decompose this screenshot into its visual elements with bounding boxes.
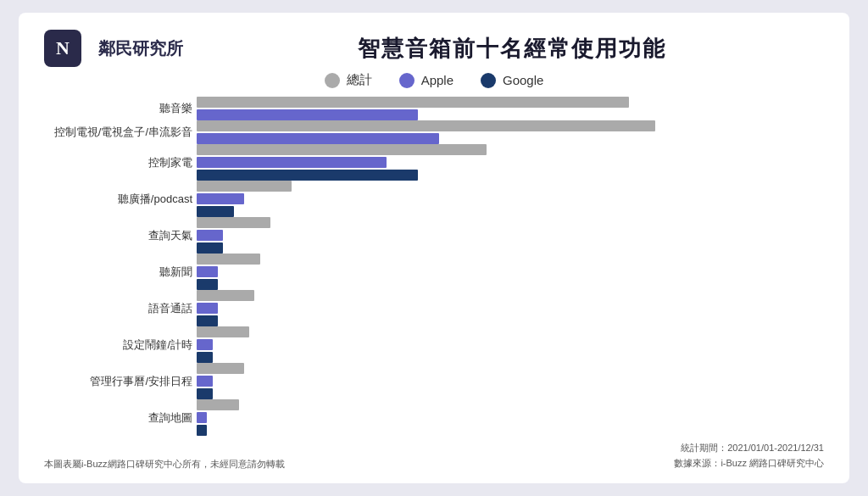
row-label: 聽音樂	[44, 101, 192, 116]
bar-total	[197, 120, 655, 131]
chart-row: 設定鬧鐘/計時	[197, 326, 824, 363]
bar-google	[197, 425, 207, 436]
row-label: 控制電視/電視盒子/串流影音	[44, 125, 192, 140]
bar-google	[197, 279, 218, 290]
row-label: 聽新聞	[44, 265, 192, 280]
bars-group	[197, 363, 824, 399]
bars-group	[197, 290, 824, 326]
bars-group	[197, 254, 824, 290]
chart-row: 聽廣播/podcast	[197, 181, 824, 217]
legend-color	[481, 73, 496, 88]
bar-apple	[197, 157, 387, 168]
chart-row: 控制電視/電視盒子/串流影音	[197, 120, 824, 144]
legend-color	[325, 73, 340, 88]
bar-apple	[197, 266, 218, 277]
legend-label: 總計	[347, 72, 372, 88]
bars-group	[197, 120, 824, 144]
bar-total	[197, 181, 292, 192]
bars-group	[197, 181, 824, 217]
chart-card: N 鄰民研究所 智慧音箱前十名經常使用功能 總計AppleGoogle 聽音樂控…	[19, 13, 849, 483]
chart-row: 控制家電	[197, 144, 824, 181]
bar-google	[197, 388, 213, 399]
logo-letter: N	[56, 37, 70, 59]
bar-apple	[197, 109, 418, 120]
bar-google	[197, 352, 213, 363]
chart-row: 查詢地圖	[197, 399, 824, 436]
bar-apple	[197, 376, 213, 387]
bars-group	[197, 399, 824, 436]
row-label: 管理行事曆/安排日程	[44, 374, 192, 389]
legend-item: 總計	[325, 72, 372, 88]
chart-row: 查詢天氣	[197, 217, 824, 254]
bar-total	[197, 144, 487, 155]
legend-label: Apple	[421, 73, 453, 87]
header: N 鄰民研究所 智慧音箱前十名經常使用功能	[44, 30, 824, 67]
bar-total	[197, 290, 254, 301]
bar-google	[197, 206, 234, 217]
chart-row: 聽音樂	[197, 97, 824, 120]
bar-google	[197, 170, 418, 181]
chart-row: 聽新聞	[197, 254, 824, 290]
bar-apple	[197, 193, 244, 204]
legend-label: Google	[503, 73, 543, 87]
footer-right: 統計期間：2021/01/01-2021/12/31 數據來源：i-Buzz 網…	[674, 441, 824, 471]
bar-total	[197, 399, 239, 410]
chart-area: 聽音樂控制電視/電視盒子/串流影音控制家電聽廣播/podcast查詢天氣聽新聞語…	[44, 97, 824, 436]
bar-apple	[197, 133, 439, 144]
chart-row: 語音通話	[197, 290, 824, 326]
footer: 本圖表屬i-Buzz網路口碑研究中心所有，未經同意請勿轉載 統計期間：2021/…	[44, 441, 824, 471]
row-label: 聽廣播/podcast	[44, 192, 192, 207]
bar-total	[197, 254, 260, 265]
chart-title: 智慧音箱前十名經常使用功能	[200, 34, 824, 64]
row-label: 語音通話	[44, 301, 192, 316]
footer-source: 數據來源：i-Buzz 網路口碑研究中心	[674, 456, 824, 471]
bar-total	[197, 363, 244, 374]
bars-group	[197, 97, 824, 120]
row-label: 查詢天氣	[44, 228, 192, 243]
footer-period: 統計期間：2021/01/01-2021/12/31	[674, 441, 824, 456]
bars-group	[197, 217, 824, 254]
bar-google	[197, 242, 223, 254]
bars-group	[197, 144, 824, 181]
bar-google	[197, 315, 218, 326]
footer-left: 本圖表屬i-Buzz網路口碑研究中心所有，未經同意請勿轉載	[44, 458, 285, 471]
bar-apple	[197, 339, 213, 350]
bar-apple	[197, 303, 218, 314]
row-label: 查詢地圖	[44, 410, 192, 426]
bar-apple	[197, 412, 207, 423]
row-label: 設定鬧鐘/計時	[44, 337, 192, 353]
bars-group	[197, 326, 824, 363]
legend-item: Apple	[399, 73, 453, 88]
legend: 總計AppleGoogle	[44, 72, 824, 88]
logo: N	[44, 30, 81, 67]
legend-item: Google	[481, 73, 543, 88]
legend-color	[399, 73, 415, 88]
chart-row: 管理行事曆/安排日程	[197, 363, 824, 399]
bar-apple	[197, 230, 223, 241]
row-label: 控制家電	[44, 155, 192, 170]
brand-name: 鄰民研究所	[98, 37, 183, 60]
bar-total	[197, 217, 270, 228]
bar-total	[197, 326, 249, 337]
bar-total	[197, 97, 629, 108]
